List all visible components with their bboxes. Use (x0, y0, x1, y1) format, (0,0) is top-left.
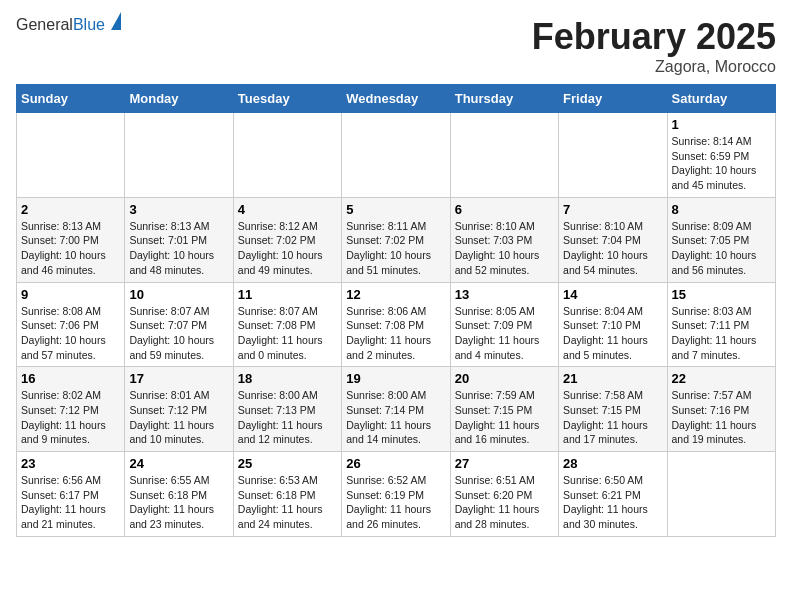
calendar-subtitle: Zagora, Morocco (532, 58, 776, 76)
day-detail: Sunrise: 8:10 AM Sunset: 7:03 PM Dayligh… (455, 219, 554, 278)
day-detail: Sunrise: 6:53 AM Sunset: 6:18 PM Dayligh… (238, 473, 337, 532)
calendar-cell: 3Sunrise: 8:13 AM Sunset: 7:01 PM Daylig… (125, 197, 233, 282)
calendar-cell: 12Sunrise: 8:06 AM Sunset: 7:08 PM Dayli… (342, 282, 450, 367)
calendar-cell: 10Sunrise: 8:07 AM Sunset: 7:07 PM Dayli… (125, 282, 233, 367)
day-detail: Sunrise: 8:06 AM Sunset: 7:08 PM Dayligh… (346, 304, 445, 363)
calendar-cell: 13Sunrise: 8:05 AM Sunset: 7:09 PM Dayli… (450, 282, 558, 367)
logo-blue-text: Blue (73, 16, 105, 33)
logo-general-text: General (16, 16, 73, 33)
day-detail: Sunrise: 6:52 AM Sunset: 6:19 PM Dayligh… (346, 473, 445, 532)
day-detail: Sunrise: 8:12 AM Sunset: 7:02 PM Dayligh… (238, 219, 337, 278)
day-header-thursday: Thursday (450, 85, 558, 113)
day-number: 1 (672, 117, 771, 132)
calendar-cell: 18Sunrise: 8:00 AM Sunset: 7:13 PM Dayli… (233, 367, 341, 452)
day-number: 23 (21, 456, 120, 471)
calendar-cell: 17Sunrise: 8:01 AM Sunset: 7:12 PM Dayli… (125, 367, 233, 452)
calendar-cell: 23Sunrise: 6:56 AM Sunset: 6:17 PM Dayli… (17, 452, 125, 537)
day-header-row: SundayMondayTuesdayWednesdayThursdayFrid… (17, 85, 776, 113)
day-number: 13 (455, 287, 554, 302)
day-number: 3 (129, 202, 228, 217)
day-detail: Sunrise: 8:01 AM Sunset: 7:12 PM Dayligh… (129, 388, 228, 447)
calendar-title: February 2025 (532, 16, 776, 58)
calendar-cell: 7Sunrise: 8:10 AM Sunset: 7:04 PM Daylig… (559, 197, 667, 282)
day-detail: Sunrise: 6:51 AM Sunset: 6:20 PM Dayligh… (455, 473, 554, 532)
calendar-cell (559, 113, 667, 198)
calendar-cell: 1Sunrise: 8:14 AM Sunset: 6:59 PM Daylig… (667, 113, 775, 198)
day-header-saturday: Saturday (667, 85, 775, 113)
day-header-monday: Monday (125, 85, 233, 113)
week-row-5: 23Sunrise: 6:56 AM Sunset: 6:17 PM Dayli… (17, 452, 776, 537)
week-row-2: 2Sunrise: 8:13 AM Sunset: 7:00 PM Daylig… (17, 197, 776, 282)
calendar-cell: 22Sunrise: 7:57 AM Sunset: 7:16 PM Dayli… (667, 367, 775, 452)
day-detail: Sunrise: 8:09 AM Sunset: 7:05 PM Dayligh… (672, 219, 771, 278)
day-number: 18 (238, 371, 337, 386)
day-number: 12 (346, 287, 445, 302)
day-number: 22 (672, 371, 771, 386)
calendar-cell: 26Sunrise: 6:52 AM Sunset: 6:19 PM Dayli… (342, 452, 450, 537)
calendar-cell (450, 113, 558, 198)
calendar-cell: 27Sunrise: 6:51 AM Sunset: 6:20 PM Dayli… (450, 452, 558, 537)
calendar-cell: 21Sunrise: 7:58 AM Sunset: 7:15 PM Dayli… (559, 367, 667, 452)
day-number: 26 (346, 456, 445, 471)
day-detail: Sunrise: 8:11 AM Sunset: 7:02 PM Dayligh… (346, 219, 445, 278)
calendar-cell (17, 113, 125, 198)
calendar-cell: 28Sunrise: 6:50 AM Sunset: 6:21 PM Dayli… (559, 452, 667, 537)
day-detail: Sunrise: 8:13 AM Sunset: 7:01 PM Dayligh… (129, 219, 228, 278)
day-header-wednesday: Wednesday (342, 85, 450, 113)
day-detail: Sunrise: 8:00 AM Sunset: 7:14 PM Dayligh… (346, 388, 445, 447)
calendar-cell: 15Sunrise: 8:03 AM Sunset: 7:11 PM Dayli… (667, 282, 775, 367)
calendar-cell (342, 113, 450, 198)
day-number: 28 (563, 456, 662, 471)
calendar-cell: 25Sunrise: 6:53 AM Sunset: 6:18 PM Dayli… (233, 452, 341, 537)
calendar-cell: 2Sunrise: 8:13 AM Sunset: 7:00 PM Daylig… (17, 197, 125, 282)
calendar-cell: 8Sunrise: 8:09 AM Sunset: 7:05 PM Daylig… (667, 197, 775, 282)
calendar-cell (125, 113, 233, 198)
day-detail: Sunrise: 7:59 AM Sunset: 7:15 PM Dayligh… (455, 388, 554, 447)
day-number: 27 (455, 456, 554, 471)
day-number: 21 (563, 371, 662, 386)
day-header-friday: Friday (559, 85, 667, 113)
calendar-cell: 19Sunrise: 8:00 AM Sunset: 7:14 PM Dayli… (342, 367, 450, 452)
day-number: 20 (455, 371, 554, 386)
week-row-3: 9Sunrise: 8:08 AM Sunset: 7:06 PM Daylig… (17, 282, 776, 367)
day-detail: Sunrise: 8:00 AM Sunset: 7:13 PM Dayligh… (238, 388, 337, 447)
day-detail: Sunrise: 6:50 AM Sunset: 6:21 PM Dayligh… (563, 473, 662, 532)
day-number: 6 (455, 202, 554, 217)
day-number: 5 (346, 202, 445, 217)
day-detail: Sunrise: 6:56 AM Sunset: 6:17 PM Dayligh… (21, 473, 120, 532)
day-detail: Sunrise: 8:04 AM Sunset: 7:10 PM Dayligh… (563, 304, 662, 363)
page-header: GeneralBlue February 2025 Zagora, Morocc… (16, 16, 776, 76)
day-header-sunday: Sunday (17, 85, 125, 113)
day-number: 7 (563, 202, 662, 217)
day-number: 15 (672, 287, 771, 302)
day-detail: Sunrise: 7:57 AM Sunset: 7:16 PM Dayligh… (672, 388, 771, 447)
day-number: 19 (346, 371, 445, 386)
day-number: 17 (129, 371, 228, 386)
day-detail: Sunrise: 8:07 AM Sunset: 7:08 PM Dayligh… (238, 304, 337, 363)
day-detail: Sunrise: 8:13 AM Sunset: 7:00 PM Dayligh… (21, 219, 120, 278)
day-detail: Sunrise: 8:03 AM Sunset: 7:11 PM Dayligh… (672, 304, 771, 363)
calendar-cell: 16Sunrise: 8:02 AM Sunset: 7:12 PM Dayli… (17, 367, 125, 452)
day-number: 9 (21, 287, 120, 302)
day-detail: Sunrise: 8:08 AM Sunset: 7:06 PM Dayligh… (21, 304, 120, 363)
calendar-cell: 4Sunrise: 8:12 AM Sunset: 7:02 PM Daylig… (233, 197, 341, 282)
day-number: 14 (563, 287, 662, 302)
day-number: 25 (238, 456, 337, 471)
day-number: 4 (238, 202, 337, 217)
logo: GeneralBlue (16, 16, 121, 34)
calendar-cell: 24Sunrise: 6:55 AM Sunset: 6:18 PM Dayli… (125, 452, 233, 537)
calendar-cell: 20Sunrise: 7:59 AM Sunset: 7:15 PM Dayli… (450, 367, 558, 452)
title-block: February 2025 Zagora, Morocco (532, 16, 776, 76)
calendar-cell: 11Sunrise: 8:07 AM Sunset: 7:08 PM Dayli… (233, 282, 341, 367)
day-number: 11 (238, 287, 337, 302)
day-detail: Sunrise: 8:14 AM Sunset: 6:59 PM Dayligh… (672, 134, 771, 193)
day-detail: Sunrise: 7:58 AM Sunset: 7:15 PM Dayligh… (563, 388, 662, 447)
day-number: 24 (129, 456, 228, 471)
day-detail: Sunrise: 8:10 AM Sunset: 7:04 PM Dayligh… (563, 219, 662, 278)
day-detail: Sunrise: 8:05 AM Sunset: 7:09 PM Dayligh… (455, 304, 554, 363)
calendar-cell (233, 113, 341, 198)
calendar-cell: 6Sunrise: 8:10 AM Sunset: 7:03 PM Daylig… (450, 197, 558, 282)
calendar-cell: 5Sunrise: 8:11 AM Sunset: 7:02 PM Daylig… (342, 197, 450, 282)
day-detail: Sunrise: 6:55 AM Sunset: 6:18 PM Dayligh… (129, 473, 228, 532)
day-detail: Sunrise: 8:02 AM Sunset: 7:12 PM Dayligh… (21, 388, 120, 447)
